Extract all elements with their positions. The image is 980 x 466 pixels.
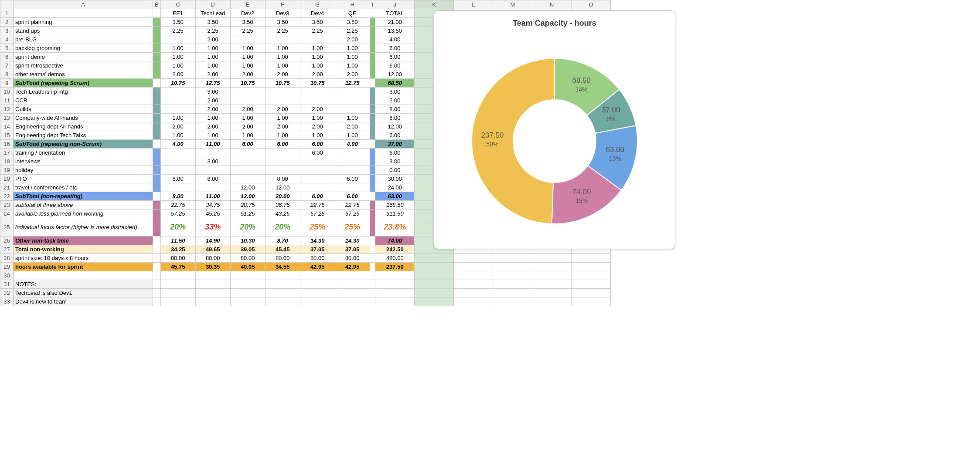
row-header[interactable]: 25 (0, 218, 14, 236)
cell-E31[interactable] (230, 280, 265, 289)
cell-G29[interactable]: 42.95 (300, 263, 335, 271)
cell-H30[interactable] (335, 271, 370, 280)
cell-I7[interactable] (370, 61, 375, 70)
cell-H19[interactable] (335, 166, 370, 175)
row-header[interactable]: 2 (0, 18, 14, 27)
cell-B28[interactable] (153, 254, 161, 263)
cell-B29[interactable] (153, 263, 161, 271)
cell-G2[interactable]: 3.50 (300, 18, 335, 27)
row-header[interactable]: 10 (0, 88, 14, 96)
cell-K32[interactable] (415, 289, 454, 297)
cell-C31[interactable] (160, 280, 195, 289)
cell-I25[interactable] (370, 218, 375, 236)
cell-J6[interactable]: 6.00 (375, 53, 415, 61)
cell-G18[interactable] (300, 157, 335, 166)
cell-J10[interactable]: 3.00 (375, 88, 415, 96)
cell-C14[interactable]: 2.00 (160, 122, 195, 131)
cell-F31[interactable] (265, 280, 300, 289)
cell-D1[interactable]: TechLead (195, 9, 230, 18)
cell-C2[interactable]: 3.50 (160, 18, 195, 27)
cell-B4[interactable] (153, 35, 161, 44)
cell-D28[interactable]: 80.00 (195, 254, 230, 263)
cell-D31[interactable] (195, 280, 230, 289)
cell-D21[interactable] (195, 183, 230, 192)
cell-G31[interactable] (300, 280, 335, 289)
cell-J29[interactable]: 237.50 (375, 263, 415, 271)
row-header[interactable]: 32 (0, 289, 14, 297)
cell-J7[interactable]: 6.00 (375, 61, 415, 70)
cell-E11[interactable] (230, 96, 265, 105)
row-header[interactable]: 1 (0, 9, 14, 18)
cell-G9[interactable]: 10.75 (300, 79, 335, 88)
cell-H11[interactable] (335, 96, 370, 105)
cell-A31[interactable]: NOTES: (14, 280, 153, 289)
cell-H26[interactable]: 14.30 (335, 236, 370, 245)
cell-N28[interactable] (532, 254, 572, 263)
cell-H10[interactable] (335, 88, 370, 96)
cell-D27[interactable]: 49.65 (195, 245, 230, 254)
spreadsheet[interactable]: A B C D E F G H I J K L M N O 1FE1TechLe… (0, 0, 980, 306)
cell-F33[interactable] (265, 297, 300, 306)
cell-J11[interactable]: 2.00 (375, 96, 415, 105)
cell-F27[interactable]: 45.45 (265, 245, 300, 254)
cell-F29[interactable]: 34.55 (265, 263, 300, 271)
cell-A19[interactable]: holiday (14, 166, 153, 175)
cell-G20[interactable] (300, 175, 335, 183)
cell-N29[interactable] (532, 263, 572, 271)
cell-F5[interactable]: 1.00 (265, 44, 300, 53)
cell-J31[interactable] (375, 280, 415, 289)
cell-L31[interactable] (454, 280, 493, 289)
cell-D2[interactable]: 3.50 (195, 18, 230, 27)
cell-O31[interactable] (572, 280, 611, 289)
cell-A9[interactable]: SubTotal (repeating Scrum) (14, 79, 153, 88)
cell-A18[interactable]: interviews (14, 157, 153, 166)
col-header-B[interactable]: B (153, 0, 161, 9)
cell-J33[interactable] (375, 297, 415, 306)
cell-N31[interactable] (532, 280, 572, 289)
cell-K30[interactable] (415, 271, 454, 280)
cell-I8[interactable] (370, 70, 375, 79)
cell-E16[interactable]: 6.00 (230, 140, 265, 149)
cell-D13[interactable]: 1.00 (195, 114, 230, 122)
cell-I6[interactable] (370, 53, 375, 61)
cell-B31[interactable] (153, 280, 161, 289)
cell-G33[interactable] (300, 297, 335, 306)
cell-J5[interactable]: 6.00 (375, 44, 415, 53)
cell-N32[interactable] (532, 289, 572, 297)
cell-A17[interactable]: training / orientation (14, 149, 153, 157)
cell-M32[interactable] (493, 289, 532, 297)
cell-M28[interactable] (493, 254, 532, 263)
cell-A6[interactable]: sprint demo (14, 53, 153, 61)
cell-E7[interactable]: 1.00 (230, 61, 265, 70)
cell-D26[interactable]: 14.90 (195, 236, 230, 245)
cell-C6[interactable]: 1.00 (160, 53, 195, 61)
cell-J2[interactable]: 21.00 (375, 18, 415, 27)
col-header-E[interactable]: E (230, 0, 265, 9)
col-header-I[interactable]: I (370, 0, 375, 9)
cell-L33[interactable] (454, 297, 493, 306)
cell-H31[interactable] (335, 280, 370, 289)
cell-A13[interactable]: Company-wide All-hands (14, 114, 153, 122)
cell-B9[interactable] (153, 79, 161, 88)
cell-O29[interactable] (572, 263, 611, 271)
col-header-O[interactable]: O (572, 0, 611, 9)
cell-B24[interactable] (153, 209, 161, 218)
row-29[interactable]: 29hours available for sprint45.7530.3540… (0, 263, 611, 271)
cell-H13[interactable]: 1.00 (335, 114, 370, 122)
corner-cell[interactable] (0, 0, 14, 9)
cell-L32[interactable] (454, 289, 493, 297)
cell-F20[interactable]: 8.00 (265, 175, 300, 183)
cell-D33[interactable] (195, 297, 230, 306)
cell-D22[interactable]: 11.00 (195, 192, 230, 201)
cell-E29[interactable]: 40.95 (230, 263, 265, 271)
cell-I2[interactable] (370, 18, 375, 27)
cell-E18[interactable] (230, 157, 265, 166)
cell-G26[interactable]: 14.30 (300, 236, 335, 245)
cell-D16[interactable]: 11.00 (195, 140, 230, 149)
row-header[interactable]: 15 (0, 131, 14, 140)
cell-G16[interactable]: 6.00 (300, 140, 335, 149)
cell-C27[interactable]: 34.25 (160, 245, 195, 254)
cell-J8[interactable]: 12.00 (375, 70, 415, 79)
cell-E17[interactable] (230, 149, 265, 157)
cell-J22[interactable]: 63.00 (375, 192, 415, 201)
